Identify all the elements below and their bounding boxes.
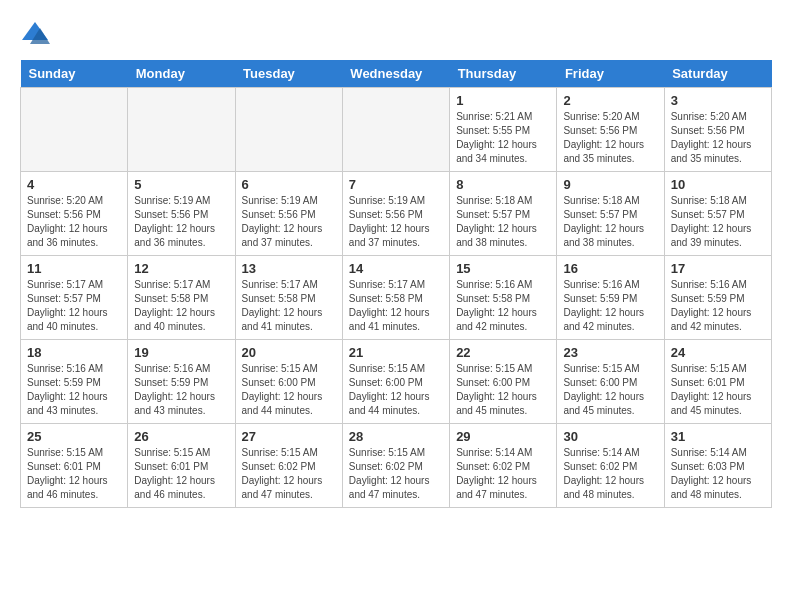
day-number: 11 bbox=[27, 261, 121, 276]
calendar-cell: 8Sunrise: 5:18 AM Sunset: 5:57 PM Daylig… bbox=[450, 172, 557, 256]
day-number: 7 bbox=[349, 177, 443, 192]
day-number: 6 bbox=[242, 177, 336, 192]
day-number: 8 bbox=[456, 177, 550, 192]
day-info: Sunrise: 5:15 AM Sunset: 6:00 PM Dayligh… bbox=[349, 362, 443, 418]
day-info: Sunrise: 5:17 AM Sunset: 5:58 PM Dayligh… bbox=[134, 278, 228, 334]
day-number: 9 bbox=[563, 177, 657, 192]
day-info: Sunrise: 5:17 AM Sunset: 5:58 PM Dayligh… bbox=[349, 278, 443, 334]
calendar-cell bbox=[21, 88, 128, 172]
day-of-week-header: Tuesday bbox=[235, 60, 342, 88]
calendar-cell: 24Sunrise: 5:15 AM Sunset: 6:01 PM Dayli… bbox=[664, 340, 771, 424]
day-info: Sunrise: 5:16 AM Sunset: 5:59 PM Dayligh… bbox=[134, 362, 228, 418]
day-info: Sunrise: 5:14 AM Sunset: 6:02 PM Dayligh… bbox=[456, 446, 550, 502]
day-info: Sunrise: 5:15 AM Sunset: 6:00 PM Dayligh… bbox=[242, 362, 336, 418]
day-info: Sunrise: 5:21 AM Sunset: 5:55 PM Dayligh… bbox=[456, 110, 550, 166]
day-of-week-header: Monday bbox=[128, 60, 235, 88]
day-number: 13 bbox=[242, 261, 336, 276]
day-number: 26 bbox=[134, 429, 228, 444]
day-of-week-header: Sunday bbox=[21, 60, 128, 88]
day-of-week-header: Wednesday bbox=[342, 60, 449, 88]
calendar-cell: 11Sunrise: 5:17 AM Sunset: 5:57 PM Dayli… bbox=[21, 256, 128, 340]
day-number: 20 bbox=[242, 345, 336, 360]
day-info: Sunrise: 5:15 AM Sunset: 6:00 PM Dayligh… bbox=[456, 362, 550, 418]
day-info: Sunrise: 5:19 AM Sunset: 5:56 PM Dayligh… bbox=[242, 194, 336, 250]
day-number: 12 bbox=[134, 261, 228, 276]
day-info: Sunrise: 5:16 AM Sunset: 5:59 PM Dayligh… bbox=[27, 362, 121, 418]
day-number: 14 bbox=[349, 261, 443, 276]
calendar-cell: 3Sunrise: 5:20 AM Sunset: 5:56 PM Daylig… bbox=[664, 88, 771, 172]
calendar-cell: 17Sunrise: 5:16 AM Sunset: 5:59 PM Dayli… bbox=[664, 256, 771, 340]
calendar-cell: 28Sunrise: 5:15 AM Sunset: 6:02 PM Dayli… bbox=[342, 424, 449, 508]
calendar-cell: 26Sunrise: 5:15 AM Sunset: 6:01 PM Dayli… bbox=[128, 424, 235, 508]
day-info: Sunrise: 5:15 AM Sunset: 6:01 PM Dayligh… bbox=[134, 446, 228, 502]
calendar-cell: 7Sunrise: 5:19 AM Sunset: 5:56 PM Daylig… bbox=[342, 172, 449, 256]
day-number: 19 bbox=[134, 345, 228, 360]
day-info: Sunrise: 5:14 AM Sunset: 6:03 PM Dayligh… bbox=[671, 446, 765, 502]
calendar-week-row: 25Sunrise: 5:15 AM Sunset: 6:01 PM Dayli… bbox=[21, 424, 772, 508]
day-info: Sunrise: 5:19 AM Sunset: 5:56 PM Dayligh… bbox=[134, 194, 228, 250]
day-number: 2 bbox=[563, 93, 657, 108]
day-number: 4 bbox=[27, 177, 121, 192]
day-number: 24 bbox=[671, 345, 765, 360]
day-info: Sunrise: 5:20 AM Sunset: 5:56 PM Dayligh… bbox=[27, 194, 121, 250]
calendar-header-row: SundayMondayTuesdayWednesdayThursdayFrid… bbox=[21, 60, 772, 88]
calendar-cell: 2Sunrise: 5:20 AM Sunset: 5:56 PM Daylig… bbox=[557, 88, 664, 172]
day-info: Sunrise: 5:15 AM Sunset: 6:01 PM Dayligh… bbox=[27, 446, 121, 502]
calendar-cell: 21Sunrise: 5:15 AM Sunset: 6:00 PM Dayli… bbox=[342, 340, 449, 424]
calendar-cell: 18Sunrise: 5:16 AM Sunset: 5:59 PM Dayli… bbox=[21, 340, 128, 424]
calendar-cell: 10Sunrise: 5:18 AM Sunset: 5:57 PM Dayli… bbox=[664, 172, 771, 256]
day-info: Sunrise: 5:18 AM Sunset: 5:57 PM Dayligh… bbox=[671, 194, 765, 250]
day-info: Sunrise: 5:15 AM Sunset: 6:02 PM Dayligh… bbox=[242, 446, 336, 502]
day-number: 21 bbox=[349, 345, 443, 360]
day-info: Sunrise: 5:19 AM Sunset: 5:56 PM Dayligh… bbox=[349, 194, 443, 250]
day-info: Sunrise: 5:15 AM Sunset: 6:01 PM Dayligh… bbox=[671, 362, 765, 418]
logo bbox=[20, 20, 56, 50]
day-number: 15 bbox=[456, 261, 550, 276]
calendar-cell bbox=[128, 88, 235, 172]
calendar-cell: 15Sunrise: 5:16 AM Sunset: 5:58 PM Dayli… bbox=[450, 256, 557, 340]
day-number: 23 bbox=[563, 345, 657, 360]
day-info: Sunrise: 5:17 AM Sunset: 5:57 PM Dayligh… bbox=[27, 278, 121, 334]
calendar-cell: 5Sunrise: 5:19 AM Sunset: 5:56 PM Daylig… bbox=[128, 172, 235, 256]
day-number: 30 bbox=[563, 429, 657, 444]
calendar-cell: 9Sunrise: 5:18 AM Sunset: 5:57 PM Daylig… bbox=[557, 172, 664, 256]
day-info: Sunrise: 5:14 AM Sunset: 6:02 PM Dayligh… bbox=[563, 446, 657, 502]
day-of-week-header: Saturday bbox=[664, 60, 771, 88]
day-number: 25 bbox=[27, 429, 121, 444]
calendar-cell: 14Sunrise: 5:17 AM Sunset: 5:58 PM Dayli… bbox=[342, 256, 449, 340]
calendar-cell: 19Sunrise: 5:16 AM Sunset: 5:59 PM Dayli… bbox=[128, 340, 235, 424]
calendar-week-row: 11Sunrise: 5:17 AM Sunset: 5:57 PM Dayli… bbox=[21, 256, 772, 340]
day-info: Sunrise: 5:15 AM Sunset: 6:02 PM Dayligh… bbox=[349, 446, 443, 502]
logo-icon bbox=[20, 20, 50, 50]
day-number: 10 bbox=[671, 177, 765, 192]
calendar-week-row: 1Sunrise: 5:21 AM Sunset: 5:55 PM Daylig… bbox=[21, 88, 772, 172]
calendar-week-row: 4Sunrise: 5:20 AM Sunset: 5:56 PM Daylig… bbox=[21, 172, 772, 256]
day-info: Sunrise: 5:16 AM Sunset: 5:58 PM Dayligh… bbox=[456, 278, 550, 334]
calendar-cell: 6Sunrise: 5:19 AM Sunset: 5:56 PM Daylig… bbox=[235, 172, 342, 256]
calendar-cell: 4Sunrise: 5:20 AM Sunset: 5:56 PM Daylig… bbox=[21, 172, 128, 256]
page-header bbox=[20, 20, 772, 50]
day-number: 5 bbox=[134, 177, 228, 192]
day-info: Sunrise: 5:18 AM Sunset: 5:57 PM Dayligh… bbox=[456, 194, 550, 250]
day-info: Sunrise: 5:16 AM Sunset: 5:59 PM Dayligh… bbox=[563, 278, 657, 334]
day-number: 27 bbox=[242, 429, 336, 444]
day-info: Sunrise: 5:20 AM Sunset: 5:56 PM Dayligh… bbox=[671, 110, 765, 166]
day-number: 28 bbox=[349, 429, 443, 444]
calendar-cell: 30Sunrise: 5:14 AM Sunset: 6:02 PM Dayli… bbox=[557, 424, 664, 508]
day-info: Sunrise: 5:17 AM Sunset: 5:58 PM Dayligh… bbox=[242, 278, 336, 334]
calendar-cell: 20Sunrise: 5:15 AM Sunset: 6:00 PM Dayli… bbox=[235, 340, 342, 424]
calendar-cell: 25Sunrise: 5:15 AM Sunset: 6:01 PM Dayli… bbox=[21, 424, 128, 508]
day-number: 31 bbox=[671, 429, 765, 444]
day-number: 16 bbox=[563, 261, 657, 276]
calendar-table: SundayMondayTuesdayWednesdayThursdayFrid… bbox=[20, 60, 772, 508]
calendar-cell bbox=[342, 88, 449, 172]
calendar-cell: 1Sunrise: 5:21 AM Sunset: 5:55 PM Daylig… bbox=[450, 88, 557, 172]
day-info: Sunrise: 5:16 AM Sunset: 5:59 PM Dayligh… bbox=[671, 278, 765, 334]
day-number: 1 bbox=[456, 93, 550, 108]
day-of-week-header: Thursday bbox=[450, 60, 557, 88]
day-number: 18 bbox=[27, 345, 121, 360]
calendar-cell: 23Sunrise: 5:15 AM Sunset: 6:00 PM Dayli… bbox=[557, 340, 664, 424]
day-of-week-header: Friday bbox=[557, 60, 664, 88]
calendar-cell: 16Sunrise: 5:16 AM Sunset: 5:59 PM Dayli… bbox=[557, 256, 664, 340]
calendar-cell: 22Sunrise: 5:15 AM Sunset: 6:00 PM Dayli… bbox=[450, 340, 557, 424]
